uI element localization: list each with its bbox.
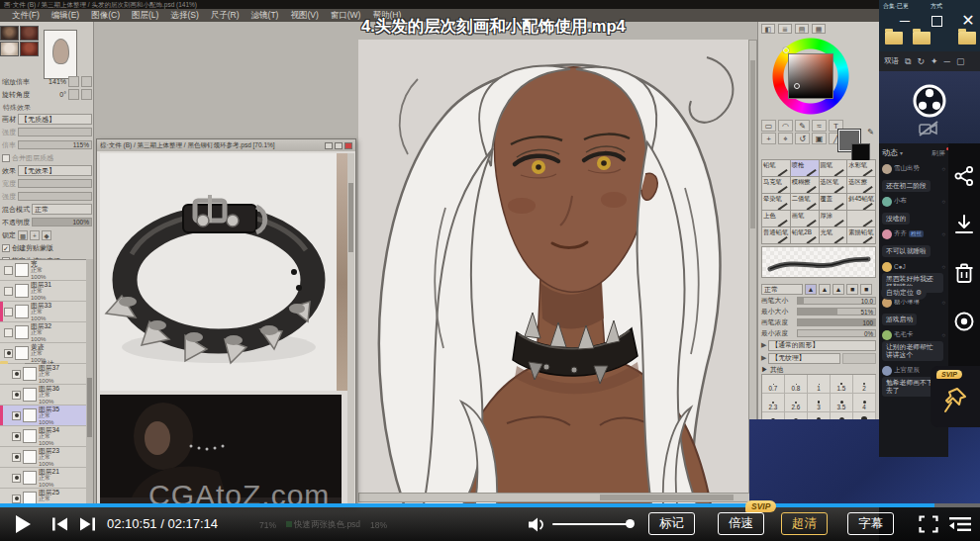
brush-size-preset[interactable]: 3 bbox=[808, 394, 831, 412]
texture-strength-slider[interactable] bbox=[842, 353, 876, 364]
lasso-icon[interactable]: ◠ bbox=[778, 120, 793, 132]
avatar[interactable] bbox=[882, 262, 892, 272]
brush-blend-dropdown[interactable]: 正常 bbox=[761, 284, 803, 295]
window-maximize-button[interactable] bbox=[931, 16, 942, 27]
layer-row[interactable]: 图层33 正常 100% bbox=[0, 302, 87, 322]
effect-strength-slider[interactable] bbox=[18, 192, 92, 201]
avatar[interactable] bbox=[882, 366, 892, 376]
message-menu-icon[interactable]: ○ bbox=[941, 300, 945, 306]
menu-item[interactable]: 图层(L) bbox=[126, 10, 164, 22]
speed-button[interactable]: 倍速 bbox=[718, 512, 764, 535]
thumbnail-image[interactable] bbox=[0, 42, 19, 56]
zoom-tool-icon[interactable]: ⌖ bbox=[778, 133, 793, 144]
layer-row[interactable]: 图层35 正常 100% bbox=[0, 406, 87, 426]
brush-size-preset[interactable]: 0.7 bbox=[762, 375, 785, 394]
window-minimize-button[interactable]: ─ bbox=[897, 13, 913, 30]
brush-item[interactable]: 上色 bbox=[762, 211, 791, 227]
layer-row[interactable]: 图层31 正常 100% bbox=[0, 281, 87, 302]
share-window-icon[interactable]: ⧉ bbox=[905, 57, 911, 66]
zoom-plus-button[interactable] bbox=[81, 76, 92, 87]
quality-button[interactable]: 超清 bbox=[781, 512, 828, 535]
param-slider[interactable]: 0% bbox=[797, 329, 876, 337]
brush-item[interactable]: 二值笔 bbox=[791, 194, 820, 211]
brush-item[interactable]: 选区笔 bbox=[820, 177, 848, 194]
saturation-value-square[interactable] bbox=[788, 53, 833, 99]
record-icon[interactable] bbox=[953, 311, 975, 332]
next-button[interactable] bbox=[79, 517, 96, 531]
message-menu-icon[interactable]: ○ bbox=[941, 264, 945, 270]
avatar[interactable] bbox=[882, 229, 892, 239]
zoom-minus-button[interactable] bbox=[68, 76, 79, 87]
merge-texture-checkbox[interactable] bbox=[2, 154, 10, 162]
menu-item[interactable]: 视图(V) bbox=[284, 10, 324, 22]
layer-row[interactable]: 图层23 正常 100% bbox=[0, 447, 87, 468]
tab-color-icon[interactable]: ◧ bbox=[761, 24, 775, 34]
camera-off-icon[interactable] bbox=[919, 121, 938, 136]
layer-row[interactable]: 完 正常 100% bbox=[0, 260, 87, 281]
brush-size-preset[interactable]: 1.5 bbox=[831, 375, 853, 394]
layer-visibility-toggle[interactable] bbox=[12, 411, 21, 420]
paper-dropdown[interactable]: 【无质感】 bbox=[18, 114, 92, 125]
prev-button[interactable] bbox=[51, 517, 68, 531]
lock-opacity-icon[interactable]: ▩ bbox=[18, 230, 28, 240]
message-menu-icon[interactable]: ○ bbox=[941, 231, 945, 237]
brush-item[interactable]: 铅笔 bbox=[762, 160, 791, 177]
download-icon[interactable] bbox=[953, 214, 975, 235]
menu-item[interactable]: 滤镜(T) bbox=[245, 10, 285, 22]
reference-window[interactable]: 棕·文件 (B) / 第三期上体整理 / 黑色铆钉颈环参考.psd [70.1%… bbox=[96, 138, 356, 506]
brush-item[interactable]: 光笔 bbox=[820, 227, 848, 244]
pen-icon[interactable]: ✎ bbox=[795, 120, 810, 132]
subtitle-button[interactable]: 字幕 bbox=[847, 512, 894, 535]
pin-icon[interactable] bbox=[942, 386, 968, 415]
tab-swatch-icon[interactable]: ≣ bbox=[778, 24, 792, 34]
layer-row[interactable]: 图层21 正常 100% bbox=[0, 468, 87, 489]
message-menu-icon[interactable]: ○ bbox=[941, 166, 945, 172]
param-slider[interactable]: 51% bbox=[797, 308, 876, 316]
brush-item[interactable]: 选区擦 bbox=[847, 177, 876, 194]
mark-button[interactable]: 标记 bbox=[648, 512, 695, 535]
brush-item[interactable]: 马克笔 bbox=[762, 177, 791, 194]
brush-item[interactable]: 素描铅笔 bbox=[847, 227, 876, 244]
tip-shape-1[interactable]: ▲ bbox=[805, 284, 817, 295]
tip-shape-5[interactable]: ■ bbox=[860, 284, 872, 295]
opacity-slider[interactable]: 100% bbox=[32, 218, 92, 226]
window-minimize-icon[interactable] bbox=[325, 142, 333, 149]
layer-visibility-toggle[interactable] bbox=[12, 453, 21, 462]
texture-expand-icon[interactable]: ▶ bbox=[761, 354, 766, 362]
effect-width-slider[interactable] bbox=[18, 179, 92, 188]
trash-icon[interactable] bbox=[954, 262, 974, 284]
brush-item[interactable]: 喷枪 bbox=[791, 160, 820, 177]
duplicate-tool-icon[interactable]: ▣ bbox=[812, 133, 827, 144]
play-button[interactable] bbox=[16, 515, 31, 533]
window-maximize-icon[interactable] bbox=[335, 142, 343, 149]
brush-item[interactable]: 晕染笔 bbox=[762, 194, 791, 211]
language-label[interactable]: 双语 bbox=[884, 56, 899, 66]
thumbnail-image[interactable] bbox=[0, 26, 19, 41]
brush-size-preset[interactable]: 4 bbox=[853, 394, 876, 412]
volume-slider[interactable] bbox=[552, 523, 630, 525]
folder-icon[interactable] bbox=[885, 32, 903, 45]
layer-visibility-toggle[interactable] bbox=[12, 432, 21, 441]
brush-item[interactable]: 模糊擦 bbox=[791, 177, 820, 194]
layer-visibility-toggle[interactable] bbox=[4, 308, 13, 316]
other-expand-icon[interactable]: ▶ bbox=[761, 366, 770, 373]
chat-tab[interactable]: 动态 bbox=[882, 147, 898, 158]
brush-item[interactable]: 画笔 bbox=[791, 211, 820, 227]
volume-handle[interactable] bbox=[626, 519, 635, 528]
effect-dropdown[interactable]: 【无效果】 bbox=[18, 165, 92, 176]
brush-item[interactable] bbox=[847, 211, 876, 227]
chat-filter[interactable]: 刷屏 bbox=[931, 148, 945, 158]
thumbnail-image[interactable] bbox=[20, 26, 39, 41]
brush-item[interactable]: 厚涂 bbox=[820, 211, 848, 227]
move-icon[interactable]: + bbox=[761, 133, 776, 144]
collapse-icon[interactable]: ─ bbox=[944, 57, 950, 66]
thumbnail-image[interactable] bbox=[20, 42, 39, 56]
message-menu-icon[interactable]: ○ bbox=[941, 199, 945, 205]
blend-mode-dropdown[interactable]: 正常 bbox=[32, 204, 92, 215]
rotate-left-button[interactable] bbox=[68, 89, 79, 100]
layer-visibility-toggle[interactable] bbox=[4, 266, 13, 275]
paper-strength-slider[interactable] bbox=[18, 128, 92, 136]
menu-item[interactable]: 尺子(R) bbox=[205, 10, 245, 22]
menu-item[interactable]: 文件(F) bbox=[6, 10, 46, 22]
swatch-thumbnails[interactable] bbox=[0, 26, 40, 57]
